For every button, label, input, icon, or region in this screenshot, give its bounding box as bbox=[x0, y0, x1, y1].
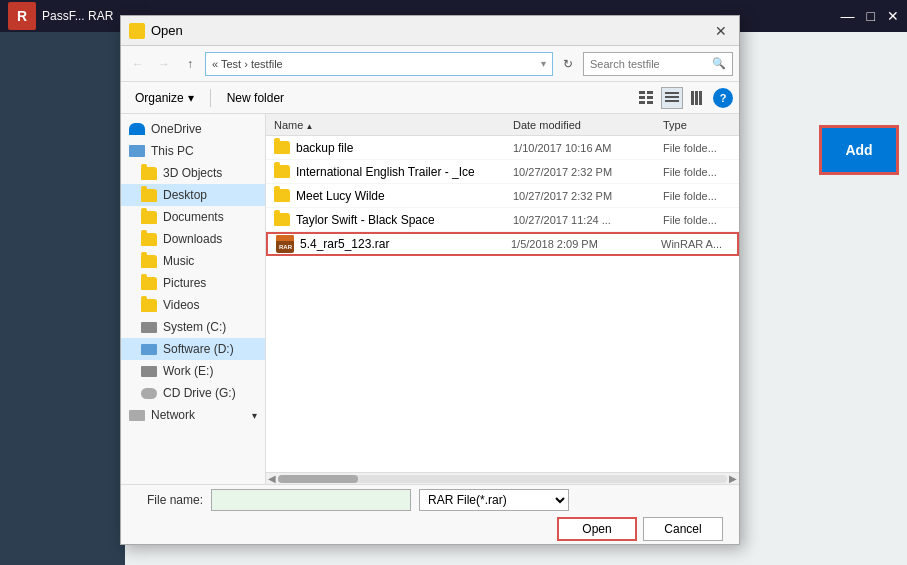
search-box[interactable]: 🔍 bbox=[583, 52, 733, 76]
file-name-backup: backup file bbox=[266, 141, 509, 155]
scrollbar-track[interactable] bbox=[278, 475, 727, 483]
cd-icon bbox=[141, 388, 157, 399]
folder-icon-documents bbox=[141, 211, 157, 224]
folder-icon-taylor bbox=[274, 213, 290, 226]
address-refresh-button[interactable]: ↻ bbox=[557, 53, 579, 75]
onedrive-icon bbox=[129, 123, 145, 135]
minimize-btn[interactable]: — bbox=[841, 8, 855, 24]
organize-dropdown-icon: ▾ bbox=[188, 91, 194, 105]
dialog-address-bar: ← → ↑ « Test › testfile ▾ ↻ 🔍 bbox=[121, 46, 739, 82]
maximize-btn[interactable]: □ bbox=[867, 8, 875, 24]
app-title: PassF... RAR bbox=[42, 9, 113, 23]
sidebar-item-music[interactable]: Music bbox=[121, 250, 265, 272]
folder-icon-backup bbox=[274, 141, 290, 154]
svg-rect-11 bbox=[699, 91, 702, 105]
sidebar-item-this-pc[interactable]: This PC bbox=[121, 140, 265, 162]
scroll-right-btn[interactable]: ▶ bbox=[729, 473, 737, 484]
sidebar-item-downloads[interactable]: Downloads bbox=[121, 228, 265, 250]
file-item-intl[interactable]: International English Trailer - _Ice 10/… bbox=[266, 160, 739, 184]
app-icon: R bbox=[8, 2, 36, 30]
filename-label: File name: bbox=[133, 493, 203, 507]
sidebar-item-onedrive[interactable]: OneDrive bbox=[121, 118, 265, 140]
drive-icon-c bbox=[141, 322, 157, 333]
file-item-rar[interactable]: RAR 5.4_rar5_123.rar 1/5/2018 2:09 PM Wi… bbox=[266, 232, 739, 256]
sidebar-item-desktop[interactable]: Desktop bbox=[121, 184, 265, 206]
sidebar-item-cd-g[interactable]: CD Drive (G:) bbox=[121, 382, 265, 404]
file-type-lucy: File folde... bbox=[659, 190, 739, 202]
folder-icon-intl bbox=[274, 165, 290, 178]
folder-icon-desktop bbox=[141, 189, 157, 202]
network-icon bbox=[129, 410, 145, 421]
svg-rect-2 bbox=[639, 96, 645, 99]
network-expand-icon[interactable]: ▾ bbox=[252, 410, 257, 421]
sidebar-item-pictures[interactable]: Pictures bbox=[121, 272, 265, 294]
view-tiles-button[interactable] bbox=[687, 87, 709, 109]
view-details-button[interactable] bbox=[635, 87, 657, 109]
filetype-select[interactable]: RAR File(*.rar) bbox=[419, 489, 569, 511]
svg-rect-0 bbox=[639, 91, 645, 94]
app-close-btn[interactable]: ✕ bbox=[887, 8, 899, 24]
folder-icon-music bbox=[141, 255, 157, 268]
nav-forward-button[interactable]: → bbox=[153, 53, 175, 75]
folder-icon-lucy bbox=[274, 189, 290, 202]
pc-icon bbox=[129, 145, 145, 157]
folder-icon-pictures bbox=[141, 277, 157, 290]
dialog-bottom: File name: RAR File(*.rar) Open Cancel bbox=[121, 484, 739, 544]
file-name-taylor: Taylor Swift - Black Space bbox=[266, 213, 509, 227]
svg-rect-8 bbox=[665, 100, 679, 102]
organize-button[interactable]: Organize ▾ bbox=[127, 86, 202, 110]
file-item-taylor[interactable]: Taylor Swift - Black Space 10/27/2017 11… bbox=[266, 208, 739, 232]
scroll-left-btn[interactable]: ◀ bbox=[268, 473, 276, 484]
file-type-taylor: File folde... bbox=[659, 214, 739, 226]
svg-text:RAR: RAR bbox=[279, 244, 293, 250]
file-date-lucy: 10/27/2017 2:32 PM bbox=[509, 190, 659, 202]
file-list-header: Name Date modified Type bbox=[266, 114, 739, 136]
app-window-controls[interactable]: — □ ✕ bbox=[841, 8, 899, 24]
file-item-lucy[interactable]: Meet Lucy Wilde 10/27/2017 2:32 PM File … bbox=[266, 184, 739, 208]
sidebar-item-software-d[interactable]: Software (D:) bbox=[121, 338, 265, 360]
dialog-titlebar: Open ✕ bbox=[121, 16, 739, 46]
sidebar-item-system-c[interactable]: System (C:) bbox=[121, 316, 265, 338]
svg-rect-7 bbox=[665, 96, 679, 98]
dialog-close-button[interactable]: ✕ bbox=[711, 21, 731, 41]
sidebar-item-work-e[interactable]: Work (E:) bbox=[121, 360, 265, 382]
open-button[interactable]: Open bbox=[557, 517, 637, 541]
sidebar-item-videos[interactable]: Videos bbox=[121, 294, 265, 316]
nav-up-button[interactable]: ↑ bbox=[179, 53, 201, 75]
dialog-folder-icon bbox=[129, 23, 145, 39]
drive-icon-e bbox=[141, 366, 157, 377]
col-header-type[interactable]: Type bbox=[659, 119, 739, 131]
left-panel: OneDrive This PC 3D Objects Desktop Docu… bbox=[121, 114, 266, 484]
filename-input[interactable] bbox=[211, 489, 411, 511]
col-header-date[interactable]: Date modified bbox=[509, 119, 659, 131]
help-button[interactable]: ? bbox=[713, 88, 733, 108]
folder-icon-videos bbox=[141, 299, 157, 312]
dialog-toolbar: Organize ▾ New folder bbox=[121, 82, 739, 114]
file-name-lucy: Meet Lucy Wilde bbox=[266, 189, 509, 203]
address-dropdown-icon[interactable]: ▾ bbox=[541, 58, 546, 69]
file-date-taylor: 10/27/2017 11:24 ... bbox=[509, 214, 659, 226]
sidebar-item-3d-objects[interactable]: 3D Objects bbox=[121, 162, 265, 184]
open-dialog: Open ✕ ← → ↑ « Test › testfile ▾ ↻ 🔍 Org… bbox=[120, 15, 740, 545]
svg-rect-10 bbox=[695, 91, 698, 105]
view-list-button[interactable] bbox=[661, 87, 683, 109]
scrollbar-thumb[interactable] bbox=[278, 475, 358, 483]
new-folder-button[interactable]: New folder bbox=[219, 86, 292, 110]
app-title-left: R PassF... RAR bbox=[8, 2, 113, 30]
file-date-intl: 10/27/2017 2:32 PM bbox=[509, 166, 659, 178]
svg-rect-6 bbox=[665, 92, 679, 94]
nav-back-button[interactable]: ← bbox=[127, 53, 149, 75]
add-button[interactable]: Add bbox=[819, 125, 899, 175]
col-header-name[interactable]: Name bbox=[266, 119, 509, 131]
search-input[interactable] bbox=[590, 58, 712, 70]
toolbar-right: ? bbox=[635, 87, 733, 109]
file-item-backup[interactable]: backup file 1/10/2017 10:16 AM File fold… bbox=[266, 136, 739, 160]
cancel-button[interactable]: Cancel bbox=[643, 517, 723, 541]
svg-rect-5 bbox=[647, 101, 653, 104]
sidebar-item-documents[interactable]: Documents bbox=[121, 206, 265, 228]
file-list-panel: Name Date modified Type backup file 1/10… bbox=[266, 114, 739, 484]
dialog-main: OneDrive This PC 3D Objects Desktop Docu… bbox=[121, 114, 739, 484]
sidebar-item-network[interactable]: Network ▾ bbox=[121, 404, 265, 426]
horizontal-scrollbar[interactable]: ◀ ▶ bbox=[266, 472, 739, 484]
app-sidebar bbox=[0, 32, 125, 565]
